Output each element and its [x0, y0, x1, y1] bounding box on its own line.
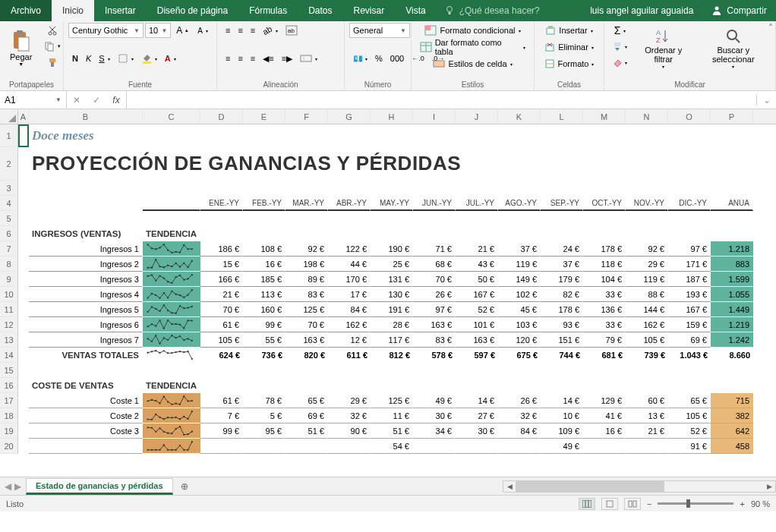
font-color-button[interactable]: A▾: [161, 51, 180, 66]
cell[interactable]: [18, 196, 29, 211]
ingreso-2-6[interactable]: 50 €: [456, 272, 498, 287]
ingreso-4-1[interactable]: 160 €: [243, 302, 285, 317]
ingreso-3-11[interactable]: 193 €: [668, 287, 711, 302]
row-header-13[interactable]: 13: [0, 332, 17, 348]
col-header-K[interactable]: K: [498, 109, 541, 124]
select-all-corner[interactable]: [0, 109, 18, 124]
share-button[interactable]: Compartir: [702, 0, 776, 21]
ingreso-6-3[interactable]: 12 €: [328, 332, 371, 348]
cell[interactable]: [18, 378, 29, 393]
coste-3-8[interactable]: 49 €: [541, 439, 583, 454]
delete-cells-button[interactable]: Eliminar▾: [539, 39, 599, 55]
scroll-left-icon[interactable]: ◀: [503, 481, 516, 492]
ingreso-5-2[interactable]: 70 €: [285, 317, 328, 332]
ingreso-3-5[interactable]: 26 €: [413, 287, 456, 302]
page-break-button[interactable]: [624, 498, 641, 510]
coste-2-11[interactable]: 52 €: [668, 423, 711, 439]
coste-0-11[interactable]: 65 €: [668, 393, 711, 408]
underline-button[interactable]: S▾: [95, 51, 113, 66]
tab-insert[interactable]: Insertar: [94, 0, 147, 21]
coste-0-4[interactable]: 125 €: [371, 393, 413, 408]
ingreso-4-9[interactable]: 136 €: [583, 302, 626, 317]
ingreso-1-4[interactable]: 25 €: [371, 257, 413, 272]
percent-button[interactable]: %: [371, 51, 386, 66]
ingreso-0-2[interactable]: 92 €: [285, 241, 328, 257]
scroll-thumb[interactable]: [516, 481, 664, 492]
col-header-M[interactable]: M: [583, 109, 626, 124]
ventas-total-5[interactable]: 578 €: [413, 348, 456, 363]
row-header-18[interactable]: 18: [0, 408, 17, 423]
ingreso-5-7[interactable]: 103 €: [498, 317, 541, 332]
ingreso-1-11[interactable]: 171 €: [668, 257, 711, 272]
coste-3-11[interactable]: 91 €: [668, 439, 711, 454]
ingreso-5-0[interactable]: 61 €: [200, 317, 243, 332]
row-header-17[interactable]: 17: [0, 393, 17, 408]
ingreso-0-3[interactable]: 122 €: [328, 241, 371, 257]
coste-1-7[interactable]: 32 €: [498, 408, 541, 423]
cell-styles-button[interactable]: Estilos de celda▾: [416, 56, 529, 71]
normal-view-button[interactable]: [579, 498, 595, 510]
zoom-slider[interactable]: [658, 502, 733, 505]
coste-3-0[interactable]: [200, 439, 243, 454]
ingreso-4-5[interactable]: 97 €: [413, 302, 456, 317]
coste-2-7[interactable]: 84 €: [498, 423, 541, 439]
page-layout-button[interactable]: [601, 498, 618, 510]
ingreso-6-5[interactable]: 83 €: [413, 332, 456, 348]
col-header-P[interactable]: P: [711, 109, 753, 124]
ingreso-0-8[interactable]: 24 €: [541, 241, 583, 257]
row-header-9[interactable]: 9: [0, 272, 17, 287]
ingreso-3-10[interactable]: 88 €: [626, 287, 668, 302]
sort-filter-button[interactable]: AZ Ordenar y filtrar▾: [634, 23, 693, 73]
worksheet-grid[interactable]: ABCDEFGHIJKLMNOP 12345678910111213141516…: [0, 109, 776, 477]
ingreso-1-8[interactable]: 37 €: [541, 257, 583, 272]
format-table-button[interactable]: Dar formato como tabla▾: [416, 39, 529, 55]
coste-3-9[interactable]: [583, 439, 626, 454]
coste-total-1[interactable]: 382: [711, 408, 753, 423]
ingreso-6-4[interactable]: 117 €: [371, 332, 413, 348]
ventas-total-6[interactable]: 597 €: [456, 348, 498, 363]
expand-formula-icon[interactable]: ⌄: [756, 95, 776, 105]
ingreso-0-0[interactable]: 186 €: [200, 241, 243, 257]
ingreso-4-3[interactable]: 84 €: [328, 302, 371, 317]
accept-formula-icon[interactable]: ✓: [87, 91, 106, 109]
coste-total-3[interactable]: 458: [711, 439, 753, 454]
coste-total-0[interactable]: 715: [711, 393, 753, 408]
ingreso-2-3[interactable]: 170 €: [328, 272, 371, 287]
cancel-formula-icon[interactable]: ✕: [67, 91, 87, 109]
paste-button[interactable]: Pegar ▼: [5, 23, 37, 73]
row-header-7[interactable]: 7: [0, 241, 17, 257]
coste-3-7[interactable]: [498, 439, 541, 454]
zoom-out-button[interactable]: −: [647, 499, 651, 508]
ingreso-3-7[interactable]: 102 €: [498, 287, 541, 302]
ingreso-3-6[interactable]: 167 €: [456, 287, 498, 302]
col-header-A[interactable]: A: [18, 109, 29, 124]
ingreso-total-4[interactable]: 1.449: [711, 302, 753, 317]
ingreso-6-11[interactable]: 69 €: [668, 332, 711, 348]
ingreso-3-9[interactable]: 33 €: [583, 287, 626, 302]
increase-indent-button[interactable]: ≡▶: [278, 51, 296, 66]
ingreso-6-1[interactable]: 55 €: [243, 332, 285, 348]
tab-view[interactable]: Vista: [395, 0, 436, 21]
ingreso-1-5[interactable]: 68 €: [413, 257, 456, 272]
align-center-button[interactable]: ≡: [234, 51, 246, 66]
row-header-12[interactable]: 12: [0, 317, 17, 332]
ingreso-0-4[interactable]: 190 €: [371, 241, 413, 257]
ingreso-total-3[interactable]: 1.055: [711, 287, 753, 302]
ventas-total-2[interactable]: 820 €: [285, 348, 328, 363]
ingreso-5-1[interactable]: 99 €: [243, 317, 285, 332]
ingreso-4-8[interactable]: 178 €: [541, 302, 583, 317]
row-header-15[interactable]: 15: [0, 363, 17, 378]
coste-3-4[interactable]: 54 €: [371, 439, 413, 454]
cell[interactable]: [18, 147, 29, 181]
coste-2-9[interactable]: 16 €: [583, 423, 626, 439]
row-header-10[interactable]: 10: [0, 287, 17, 302]
ingreso-total-1[interactable]: 883: [711, 257, 753, 272]
ventas-total-11[interactable]: 1.043 €: [668, 348, 711, 363]
col-header-B[interactable]: B: [29, 109, 143, 124]
clear-button[interactable]: ▾: [609, 55, 631, 70]
coste-3-2[interactable]: [285, 439, 328, 454]
ingreso-1-7[interactable]: 119 €: [498, 257, 541, 272]
ingreso-2-4[interactable]: 131 €: [371, 272, 413, 287]
fill-button[interactable]: ▾: [609, 39, 631, 54]
tab-home[interactable]: Inicio: [52, 0, 94, 21]
